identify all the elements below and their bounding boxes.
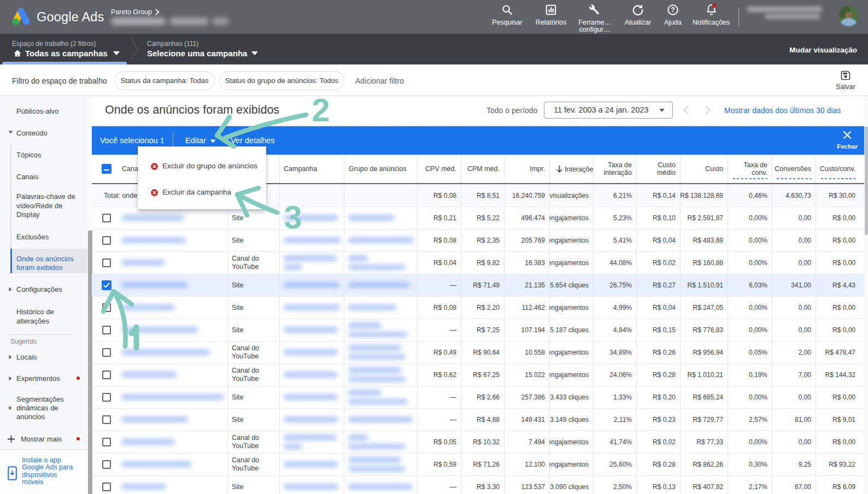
svg-text:?: ? xyxy=(671,6,675,14)
svg-text:2: 2 xyxy=(312,92,330,128)
